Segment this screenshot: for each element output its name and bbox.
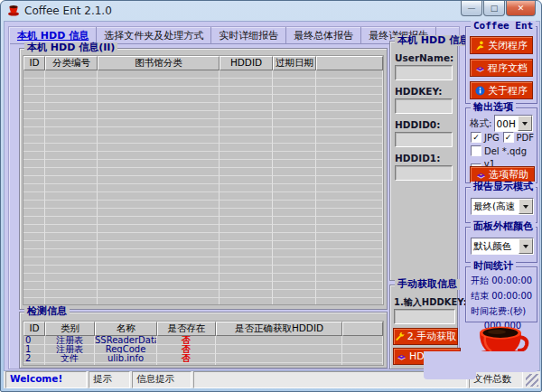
detect-info-title: 检测信息 xyxy=(24,306,70,317)
field-input[interactable] xyxy=(395,65,453,80)
table-cell: SSReaderData xyxy=(95,336,157,345)
book-icon xyxy=(475,63,485,73)
field-input[interactable] xyxy=(395,165,453,181)
table-cell: 注册表 xyxy=(45,345,95,354)
hdd2-header: ID分类编号图书馆分类HDDID过期日期 xyxy=(23,56,383,70)
column-header: ID xyxy=(23,56,45,70)
hdd-info-2-group: 本机 HDD 信息(II) ID分类编号图书馆分类HDDID过期日期 xyxy=(19,48,388,310)
minimize-button[interactable]: — xyxy=(461,1,482,16)
table-cell xyxy=(216,354,342,363)
empty-row xyxy=(23,290,383,298)
column-header: 名称 xyxy=(95,322,157,336)
chevron-down-icon[interactable] xyxy=(519,199,533,214)
empty-row xyxy=(23,144,383,152)
empty-row xyxy=(23,119,383,127)
checkbox-box-icon xyxy=(503,132,514,143)
report-mode-combo[interactable]: 最终(高速 xyxy=(471,198,534,215)
empty-row xyxy=(23,87,383,95)
wrench-icon xyxy=(395,331,405,341)
table-row[interactable]: 1注册表RegCode否 xyxy=(23,345,383,354)
field-input[interactable] xyxy=(395,98,453,114)
output-options-group: 输出选项 格式: 00H JPGPDFDel *.qdgv1 ReName 选项… xyxy=(465,107,537,183)
empty-row xyxy=(23,111,383,119)
button-label: 关于程序 xyxy=(488,84,528,98)
sidebar-button-info[interactable]: 关于程序 xyxy=(470,81,533,99)
overlay-panel xyxy=(424,351,537,372)
table-row[interactable]: 2文件ulib.info否 xyxy=(23,354,383,363)
maximize-button[interactable]: □ xyxy=(483,1,505,16)
checkbox-jpg[interactable]: JPG xyxy=(471,132,503,143)
checkbox-box-icon xyxy=(471,145,481,156)
checkbox-del-qdg[interactable]: Del *.qdg xyxy=(471,145,535,156)
empty-row xyxy=(23,233,383,241)
tab-3[interactable]: 实时详细报告 xyxy=(211,27,286,43)
empty-row xyxy=(23,209,383,217)
empty-row xyxy=(23,184,383,192)
table-cell xyxy=(216,336,342,345)
time-start-line: 开始 00:00:00 xyxy=(471,275,535,287)
manual-info-title: 手动获取信息 xyxy=(395,279,460,290)
window-title: Coffee Ent 2.1.0 xyxy=(24,5,112,17)
empty-row xyxy=(23,135,383,144)
person-icon xyxy=(475,41,485,51)
table-row[interactable]: 0注册表SSReaderData否 xyxy=(23,336,383,345)
format-value: 00H xyxy=(495,118,518,129)
sidebar-button-book[interactable]: 程序文档 xyxy=(470,59,533,77)
empty-row xyxy=(23,225,383,233)
table-cell: ulib.info xyxy=(95,354,157,363)
report-mode-value: 最终(高速 xyxy=(472,201,519,213)
tab-4[interactable]: 最终总体报告 xyxy=(286,27,361,43)
column-header: 过期日期 xyxy=(273,56,316,70)
overlay-panel xyxy=(424,371,476,379)
button-label: 关闭程序 xyxy=(488,39,528,52)
column-header: HDDID xyxy=(220,56,273,70)
panel-color-group: 面板外框颜色 默认颜色 xyxy=(465,227,537,263)
empty-row xyxy=(23,298,383,305)
book-icon xyxy=(397,351,406,361)
status-welcome: Welcome! xyxy=(5,371,87,388)
time-elapsed-label: 时间花费:(秒) xyxy=(471,305,535,318)
empty-row xyxy=(23,201,383,209)
column-header: 是否存在 xyxy=(157,322,216,336)
panel-color-combo[interactable]: 默认颜色 xyxy=(471,238,534,255)
status-info-tip: 信息提示 xyxy=(132,371,192,388)
empty-row xyxy=(23,266,383,274)
empty-row xyxy=(23,192,383,201)
chevron-down-icon[interactable] xyxy=(519,238,533,254)
empty-row xyxy=(23,241,383,249)
panel-color-value: 默认颜色 xyxy=(472,240,519,253)
detect-header: ID类别名称是否存在是否正确获取HDDID xyxy=(23,322,383,336)
field-input[interactable] xyxy=(395,132,453,147)
resize-grip[interactable] xyxy=(526,374,538,387)
empty-row xyxy=(23,249,383,257)
report-mode-group: 报告显示模式 最终(高速 xyxy=(465,187,537,223)
empty-row xyxy=(23,95,383,103)
format-combo[interactable]: 00H xyxy=(494,115,533,132)
empty-row xyxy=(23,257,383,266)
manual-get-label: 2.手动获取 xyxy=(407,330,457,343)
hdd-info-2-table[interactable]: ID分类编号图书馆分类HDDID过期日期 xyxy=(23,55,384,305)
time-stats-group: 时间统计 开始 00:00:00 结束 00:00:00 时间花费:(秒) 00… xyxy=(465,266,537,322)
detect-body: 0注册表SSReaderData否1注册表RegCode否2文件ulib.inf… xyxy=(23,336,383,366)
app-window: Coffee Ent 2.1.0 — □ ✕ 本机 HDD 信息选择文件夹及处理… xyxy=(0,0,542,392)
detect-info-group: 检测信息 ID类别名称是否存在是否正确获取HDDID 0注册表SSReaderD… xyxy=(19,312,388,369)
manual-hddkey-input[interactable] xyxy=(394,309,455,324)
table-cell: 1 xyxy=(23,345,45,354)
hdd-info-1-group: 本机 HDD 信息(I) UserName:HDDKEY:HDDID0:HDDI… xyxy=(389,41,458,281)
close-button[interactable]: ✕ xyxy=(506,1,536,16)
checkbox-box-icon xyxy=(471,132,481,143)
book-icon xyxy=(476,170,486,180)
empty-row xyxy=(23,217,383,225)
app-coffee-icon xyxy=(7,4,20,19)
empty-row xyxy=(23,127,383,135)
table-cell: 否 xyxy=(157,354,216,363)
detect-info-table[interactable]: ID类别名称是否存在是否正确获取HDDID 0注册表SSReaderData否1… xyxy=(23,321,384,366)
sidebar-button-person[interactable]: 关闭程序 xyxy=(470,36,533,54)
table-cell: 注册表 xyxy=(45,336,95,345)
table-cell: 0 xyxy=(23,336,45,345)
chevron-down-icon[interactable] xyxy=(518,116,532,131)
app-buttons: 关闭程序程序文档关于程序 xyxy=(470,36,533,99)
checkbox-pdf[interactable]: PDF xyxy=(503,132,536,143)
manual-get-button[interactable]: 2.手动获取 xyxy=(393,328,458,345)
column-header xyxy=(316,56,383,70)
